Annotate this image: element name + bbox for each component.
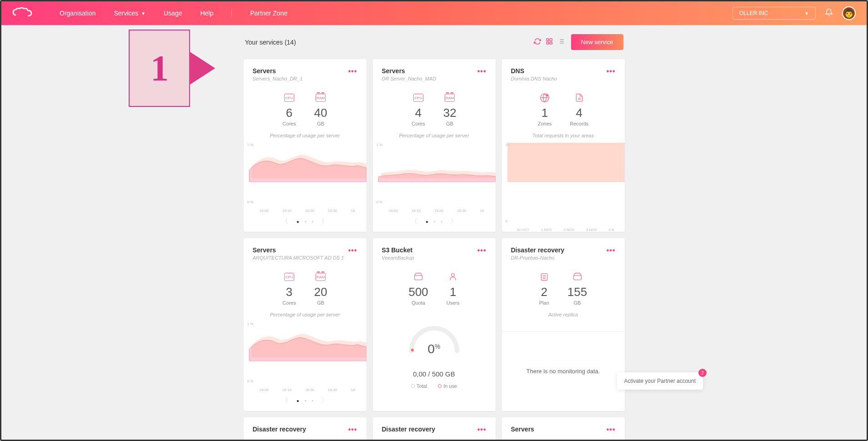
service-card[interactable]: ServersDR Server_Nacho_MAD•••CPU4CoresRA…	[373, 59, 496, 232]
new-service-button[interactable]: New service	[571, 34, 623, 50]
card-title: Disaster recovery	[382, 426, 436, 433]
card-title: Disaster recovery	[511, 246, 565, 254]
service-card[interactable]: Servers•••	[502, 417, 625, 440]
nav-services[interactable]: Services ▼	[114, 10, 146, 17]
nav-help[interactable]: Help	[200, 10, 213, 17]
y-label-top: 10	[506, 143, 510, 147]
pager-next-icon[interactable]: 〉	[451, 217, 457, 226]
stat-label: Quota	[408, 300, 428, 306]
ram-icon: RAM	[316, 94, 326, 102]
stat: CPU3Cores	[282, 271, 296, 306]
y-label-top: 1 %	[376, 143, 383, 147]
card-subtitle: VeeamBackup	[382, 255, 414, 261]
card-menu-icon[interactable]: •••	[348, 426, 357, 434]
y-label-top: 1 %	[247, 143, 254, 147]
grid-view-icon[interactable]	[546, 38, 553, 47]
drive-icon	[572, 272, 582, 281]
service-card[interactable]: Disaster recovery•••	[373, 417, 496, 440]
stat-label: GB	[443, 121, 457, 126]
card-title: DNS	[511, 67, 557, 75]
service-card[interactable]: ServersARQUITECTURA MICROSOFT AD DS 1•••…	[244, 238, 366, 411]
service-card[interactable]: Disaster recoveryDR-Pruebas-Nacho•••2Pla…	[502, 238, 625, 411]
card-subtitle: DR Server_Nacho_MAD	[382, 76, 437, 81]
y-label-top: 1 %	[247, 322, 254, 326]
drive-icon	[413, 272, 423, 281]
card-title: Servers	[253, 67, 303, 75]
svg-rect-0	[547, 39, 549, 41]
stat-value: 500	[408, 285, 428, 299]
card-menu-icon[interactable]: •••	[607, 67, 616, 75]
stat: 155GB	[567, 271, 587, 306]
chevron-down-icon: ▼	[804, 11, 809, 16]
card-menu-icon[interactable]: •••	[607, 246, 616, 255]
card-menu-icon[interactable]: •••	[348, 67, 357, 75]
usage-chart: 1 %0 %	[373, 143, 496, 206]
primary-nav: Organisation Services ▼ Usage Help Partn…	[60, 9, 287, 17]
nav-organisation[interactable]: Organisation	[60, 10, 95, 17]
svg-rect-3	[547, 42, 549, 44]
notifications-icon[interactable]	[825, 8, 833, 18]
usage-chart: 1 %0 %	[244, 143, 366, 206]
card-menu-icon[interactable]: •••	[477, 426, 487, 434]
chart-pager: 〈●••〉	[244, 392, 366, 411]
card-menu-icon[interactable]: •••	[477, 246, 487, 255]
y-label-bottom: 0 %	[376, 200, 383, 204]
stat-label: GB	[567, 300, 587, 306]
card-legend: Percentage of usage per server	[373, 133, 496, 138]
service-card[interactable]: S3 BucketVeeamBackup•••500Quota1Users0%0…	[373, 238, 496, 411]
stat: 1Users	[447, 271, 460, 306]
pager-prev-icon[interactable]: 〈	[282, 396, 288, 405]
user-avatar[interactable]: 👨	[842, 6, 856, 20]
card-menu-icon[interactable]: •••	[477, 67, 487, 75]
stat-value: 20	[314, 285, 327, 299]
stat: 4Records	[570, 92, 588, 126]
partner-toast[interactable]: Activate your Partner account 2	[617, 372, 703, 390]
stat-value: 40	[314, 106, 327, 120]
svg-point-22	[452, 274, 455, 277]
stat-value: 4	[570, 106, 588, 120]
org-selector[interactable]: OLLER INC ▼	[733, 7, 816, 20]
chart-pager: 〈●••〉	[244, 213, 366, 232]
svg-rect-2	[550, 42, 552, 44]
pager-prev-icon[interactable]: 〈	[282, 217, 288, 226]
card-menu-icon[interactable]: •••	[348, 246, 357, 255]
stat-value: 155	[567, 285, 587, 299]
services-toolbar: Your services (14) New service	[243, 34, 625, 50]
refresh-icon[interactable]	[534, 38, 541, 47]
stat: 2Plan	[539, 271, 549, 306]
ram-icon: RAM	[316, 273, 326, 281]
stat: RAM20GB	[314, 271, 327, 306]
service-card[interactable]: Disaster recovery•••	[244, 417, 366, 440]
card-legend: Active replica	[502, 312, 625, 317]
service-card[interactable]: ServersServers_Nacho_DR_1•••CPU6CoresRAM…	[244, 59, 366, 232]
card-subtitle: Servers_Nacho_DR_1	[253, 76, 303, 81]
card-legend: Percentage of usage per server	[244, 133, 366, 138]
card-menu-icon[interactable]: •••	[607, 426, 616, 434]
pager-next-icon[interactable]: 〉	[321, 217, 328, 226]
y-label-bottom: 0 %	[247, 379, 254, 383]
stat-value: 4	[411, 106, 425, 120]
service-card[interactable]: DNSDominia DNS Nacho•••1Zones4RecordsTot…	[502, 59, 625, 232]
chart-pager: 〈●••〉	[373, 213, 496, 232]
pager-next-icon[interactable]: 〉	[321, 396, 328, 405]
cpu-icon: CPU	[413, 94, 423, 102]
svg-rect-1	[550, 39, 552, 41]
quota-text: 0,00 / 500 GB	[373, 370, 496, 378]
stat-label: GB	[314, 121, 327, 126]
stat: CPU4Cores	[411, 92, 425, 126]
nav-usage[interactable]: Usage	[164, 10, 182, 17]
nav-partner-zone[interactable]: Partner Zone	[250, 10, 287, 17]
gauge-percent: 0%	[373, 342, 496, 356]
list-view-icon[interactable]	[557, 38, 565, 47]
y-label-bottom: 0 %	[247, 200, 254, 204]
logo-icon[interactable]	[12, 7, 32, 20]
card-title: Servers	[253, 246, 344, 254]
stat-value: 1	[538, 106, 552, 120]
stat: RAM32GB	[443, 92, 457, 126]
pager-prev-icon[interactable]: 〈	[411, 217, 417, 226]
stat-label: Cores	[282, 300, 296, 306]
svg-rect-17	[507, 143, 625, 182]
stat-value: 32	[443, 106, 457, 120]
y-label-bottom: 0	[506, 219, 507, 223]
card-subtitle: DR-Pruebas-Nacho	[511, 255, 565, 261]
